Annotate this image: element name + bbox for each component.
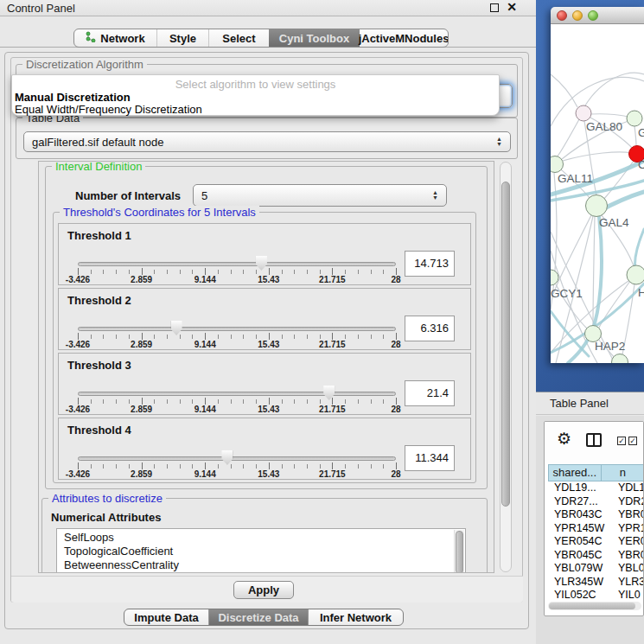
slider-tick-strip xyxy=(78,464,397,469)
spinner-arrows-icon: ▲▼ xyxy=(431,190,439,201)
table-row[interactable]: YBR043CYBR0 xyxy=(548,508,644,522)
checkbox-icon[interactable]: ✓ xyxy=(628,437,637,445)
major-tick xyxy=(269,398,270,405)
node-label: GAL11 xyxy=(558,172,593,185)
network-canvas[interactable]: GAL80GCGAL11GAL4GCY1HHAP2 xyxy=(551,24,644,363)
algorithm-placeholder-option[interactable]: Select algorithm to view settings xyxy=(12,78,499,91)
table-row[interactable]: YBR045CYBR0 xyxy=(548,549,644,563)
table-row[interactable]: YLR345WYLR3 xyxy=(548,576,644,590)
network-view-window: GAL80GCGAL11GAL4GCY1HHAP2 xyxy=(551,7,644,363)
major-tick xyxy=(269,333,270,340)
network-node[interactable] xyxy=(551,156,564,173)
tick-label: 2.859 xyxy=(122,340,162,349)
table-row[interactable]: YER054CYER0 xyxy=(548,535,644,549)
threshold-value-field[interactable]: 14.713 xyxy=(405,251,455,277)
network-node[interactable] xyxy=(612,354,628,364)
network-window-titlebar[interactable] xyxy=(551,7,644,24)
attribute-item[interactable]: TopologicalCoefficient xyxy=(57,545,465,558)
network-edge[interactable] xyxy=(591,114,630,118)
cell-shared-name: YPR145W xyxy=(548,522,611,536)
mac-minimize-button[interactable] xyxy=(572,10,583,21)
mac-zoom-button[interactable] xyxy=(588,10,598,21)
tab-cyni-toolbox[interactable]: Cyni Toolbox xyxy=(269,29,360,47)
float-window-icon[interactable] xyxy=(490,3,499,12)
tab-network[interactable]: Network xyxy=(74,29,156,47)
network-edge[interactable] xyxy=(553,215,591,294)
column-header-name[interactable]: n xyxy=(602,464,644,481)
network-edge[interactable] xyxy=(585,73,644,105)
network-edge[interactable] xyxy=(551,74,577,107)
network-node[interactable] xyxy=(586,195,608,217)
tab-style[interactable]: Style xyxy=(156,29,208,47)
major-tick xyxy=(332,333,333,340)
slider-thumb[interactable] xyxy=(171,321,182,335)
tick-label: 15.43 xyxy=(249,340,289,349)
network-tab-icon xyxy=(86,31,96,45)
slider-track[interactable] xyxy=(78,456,396,461)
threshold-value-field[interactable]: 11.344 xyxy=(405,445,455,471)
table-horizontal-scrollbar[interactable] xyxy=(548,602,641,610)
tick-label: 2.859 xyxy=(122,405,162,414)
tab-impute-data-label: Impute Data xyxy=(134,611,198,624)
major-tick xyxy=(78,398,79,405)
network-node[interactable] xyxy=(627,265,644,284)
slider-track[interactable] xyxy=(78,327,396,331)
threshold-label: Threshold 4 xyxy=(67,424,131,437)
table-row[interactable]: YPR145WYPR1 xyxy=(548,522,644,536)
threshold-list: Threshold 1-3.4262.8599.14415.4321.71528… xyxy=(54,213,475,482)
tab-discretize-data[interactable]: Discretize Data xyxy=(208,609,308,625)
table-header: shared... n xyxy=(548,464,644,481)
settings-vertical-scrollbar[interactable] xyxy=(500,162,512,572)
slider-thumb[interactable] xyxy=(221,450,233,465)
table-data-select[interactable]: galFiltered.sif default node ▲▼ xyxy=(23,131,511,152)
close-panel-icon[interactable]: ✕ xyxy=(507,2,517,12)
threshold-value-field[interactable]: 21.4 xyxy=(405,380,455,406)
table-hscrollbar-thumb[interactable] xyxy=(549,603,635,609)
network-edge-highlighted[interactable] xyxy=(634,229,644,269)
table-row[interactable]: YDL19...YDL1 xyxy=(548,481,644,495)
mac-close-button[interactable] xyxy=(557,10,567,21)
network-node[interactable] xyxy=(576,105,591,121)
numerical-attributes-label: Numerical Attributes xyxy=(51,511,161,524)
attributes-scrollbar-thumb[interactable] xyxy=(456,531,463,573)
tab-jactivemnodules[interactable]: jActiveMNodules xyxy=(360,29,448,47)
algorithm-option-manual[interactable]: Manual Discretization xyxy=(15,91,131,104)
gear-icon[interactable]: ⚙ xyxy=(557,430,571,447)
tab-select[interactable]: Select xyxy=(208,29,269,47)
network-edge[interactable] xyxy=(634,126,636,146)
slider-track[interactable] xyxy=(78,262,396,266)
algorithm-option-equal-width[interactable]: Equal Width/Frequency Discretization xyxy=(15,103,202,116)
tab-impute-data[interactable]: Impute Data xyxy=(124,609,208,625)
number-of-intervals-select[interactable]: 5 ▲▼ xyxy=(193,184,447,207)
checkbox-icon[interactable]: ✓ xyxy=(617,437,626,445)
slider-tick-strip xyxy=(78,270,397,274)
table-row[interactable]: YIL052CYIL0 xyxy=(548,589,644,601)
major-tick xyxy=(78,333,79,340)
threshold-value-field[interactable]: 6.316 xyxy=(405,316,455,341)
network-edge[interactable] xyxy=(563,152,631,161)
column-header-shared-name[interactable]: shared... xyxy=(548,464,602,481)
cell-shared-name: YBR045C xyxy=(548,549,611,563)
slider-thumb[interactable] xyxy=(256,256,267,271)
slider-track[interactable] xyxy=(78,392,396,396)
table-row[interactable]: YDR27...YDR2 xyxy=(548,495,644,509)
columns-icon[interactable] xyxy=(586,433,602,447)
major-tick xyxy=(142,268,143,275)
node-label: HAP2 xyxy=(595,340,625,353)
threshold-label: Threshold 1 xyxy=(67,229,131,242)
table-row[interactable]: YBL079WYBL0 xyxy=(548,562,644,576)
table-panel-titlebar: Table Panel xyxy=(536,392,644,415)
cell-name: YLR3 xyxy=(611,576,644,590)
major-tick xyxy=(332,268,333,275)
network-edge[interactable] xyxy=(551,251,597,363)
settings-scrollbar-thumb[interactable] xyxy=(501,182,510,507)
table-toolbar: ⚙ ✓ ✓ xyxy=(545,422,643,463)
network-node[interactable] xyxy=(627,111,642,126)
attribute-item[interactable]: BetweennessCentrality xyxy=(57,558,465,572)
attribute-item[interactable]: SelfLoops xyxy=(57,531,465,545)
network-edge[interactable] xyxy=(557,119,579,157)
tab-infer-network[interactable]: Infer Network xyxy=(308,609,403,625)
apply-button[interactable]: Apply xyxy=(233,581,294,599)
tick-label: -3.426 xyxy=(58,275,98,284)
attributes-list-scrollbar[interactable] xyxy=(454,530,464,573)
